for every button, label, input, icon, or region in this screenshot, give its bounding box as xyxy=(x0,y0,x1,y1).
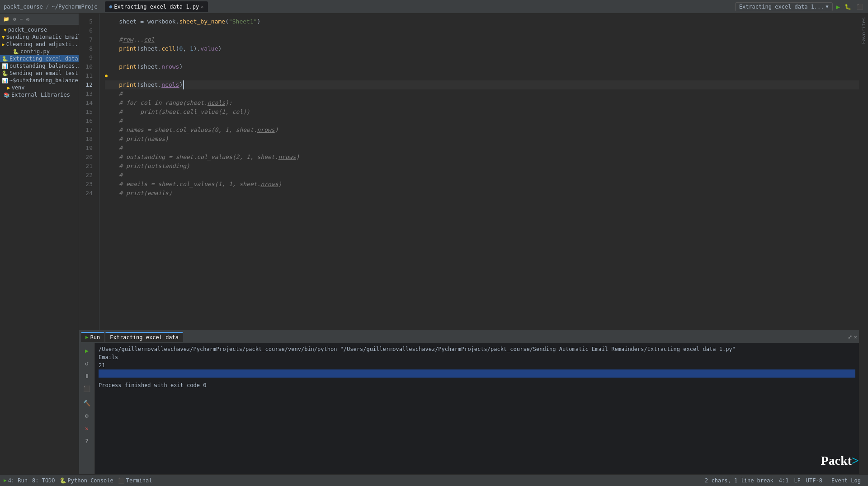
line-num-10: 10 xyxy=(79,62,95,71)
run-panel-pause-btn[interactable]: ⏸ xyxy=(81,370,92,381)
stop-button[interactable]: ⬛ xyxy=(856,3,864,11)
line-num-14: 14 xyxy=(79,98,95,107)
code-editor[interactable]: 5 6 7 8 9 10 11 12 13 14 15 16 17 18 19 … xyxy=(79,14,859,330)
sidebar-item-config[interactable]: 🐍 config.py xyxy=(0,48,79,55)
sidebar-settings-icon[interactable]: ⚙ xyxy=(12,15,18,23)
run-panel-build-btn[interactable]: 🔨 xyxy=(81,397,92,408)
line-num-19: 19 xyxy=(79,144,95,153)
status-lf[interactable]: LF xyxy=(794,477,800,484)
sidebar-item-venv[interactable]: ▶ venv xyxy=(0,84,79,91)
status-position[interactable]: 4:1 xyxy=(779,477,789,484)
line-num-20: 20 xyxy=(79,153,95,162)
breadcrumb-path: ~/PycharmProje xyxy=(52,4,98,10)
terminal-label: Terminal xyxy=(126,477,152,484)
run-panel-stop-btn[interactable]: ⬛ xyxy=(81,383,92,394)
console-cursor-line[interactable] xyxy=(99,369,855,378)
sidebar-item-label: outstanding_balances.xl... xyxy=(9,63,79,69)
line-num-12: 12 xyxy=(79,80,95,89)
sidebar-item-sending[interactable]: ▼ Sending Automatic Email Re... xyxy=(0,33,79,41)
sidebar-item-label: Sending an email test 2.p... xyxy=(9,70,79,76)
line-num-7: 7 xyxy=(79,35,95,44)
run-panel-run-btn[interactable]: ▶ xyxy=(81,345,92,356)
debug-button[interactable]: 🐛 xyxy=(844,3,852,11)
sidebar-item-label: Extracting excel data 1.p... xyxy=(9,56,79,62)
sidebar-item-project-root[interactable]: ▼ packt_course xyxy=(0,26,79,33)
breadcrumb-sep: / xyxy=(46,3,49,10)
folder-icon: ▶ xyxy=(7,85,10,91)
sidebar-collapse-icon[interactable]: − xyxy=(19,15,24,23)
py-file-icon: 🐍 xyxy=(2,70,8,76)
line-num-11: 11 xyxy=(79,71,95,80)
py-file-icon: 🐍 xyxy=(2,56,8,62)
code-line-21: # print(outstanding) xyxy=(105,162,859,171)
tab-extracting-excel[interactable]: ● Extracting excel data 1.py ✕ xyxy=(105,1,208,12)
sidebar-item-label: venv xyxy=(12,84,25,91)
run-button[interactable]: ▶ xyxy=(836,3,840,10)
code-line-20: # outstanding = sheet.col_values(2, 1, s… xyxy=(105,153,859,162)
line-num-18: 18 xyxy=(79,135,95,144)
sidebar-item-cleaning[interactable]: ▶ Cleaning and adjusti... xyxy=(0,41,79,48)
code-line-16: # xyxy=(105,117,859,126)
code-line-7: #row...col xyxy=(105,35,859,44)
main-area: 📁 ⚙ − ◎ ▼ packt_course ▼ Sending Automat… xyxy=(0,14,868,474)
sidebar-toolbar: 📁 ⚙ − ◎ xyxy=(0,14,79,25)
tab-icon: ● xyxy=(109,4,113,9)
bottom-tab-run[interactable]: ▶ Run xyxy=(81,332,104,342)
sidebar-content: ▼ packt_course ▼ Sending Automatic Email… xyxy=(0,25,79,474)
sidebar-project-icon[interactable]: 📁 xyxy=(2,15,11,23)
line-num-22: 22 xyxy=(79,171,95,180)
run-panel-close-btn[interactable]: ✕ xyxy=(81,423,92,434)
sidebar-item-sending-email[interactable]: 🐍 Sending an email test 2.p... xyxy=(0,70,79,77)
status-todo-item[interactable]: 8: TODO xyxy=(32,477,55,484)
console-exit-text: Process finished with exit code 0 xyxy=(99,382,206,388)
line-num-21: 21 xyxy=(79,162,95,171)
python-console-icon: 🐍 xyxy=(60,477,66,484)
sidebar-item-ext-libs[interactable]: 📚 External Libraries xyxy=(0,91,79,98)
run-panel-settings-btn[interactable]: ⚙ xyxy=(81,410,92,421)
line-num-5: 5 xyxy=(79,17,95,26)
run-status-label: 4: Run xyxy=(8,477,28,484)
sidebar-item-extracting[interactable]: 🐍 Extracting excel data 1.p... xyxy=(0,55,79,62)
chevron-down-icon[interactable]: ▼ xyxy=(826,4,829,9)
run-configuration[interactable]: Extracting excel data 1... ▼ xyxy=(735,2,833,11)
line-num-6: 6 xyxy=(79,26,95,35)
excel-file-icon: 📊 xyxy=(2,63,8,69)
code-line-5: sheet = workbook.sheet_by_name("Sheet1") xyxy=(105,17,859,26)
editor-tabs: ● Extracting excel data 1.py ✕ xyxy=(105,1,208,12)
sidebar-item-tmp[interactable]: 📊 ~$outstanding_balances... xyxy=(0,77,79,84)
sidebar-locate-icon[interactable]: ◎ xyxy=(25,15,31,23)
run-panel-unknown-btn[interactable]: ? xyxy=(81,435,92,446)
panel-resize-icon[interactable]: ⤢ xyxy=(848,334,852,340)
top-bar-right: Extracting excel data 1... ▼ ▶ 🐛 ⬛ xyxy=(735,2,864,11)
terminal-icon: ⬛ xyxy=(118,477,125,484)
status-terminal-item[interactable]: ⬛ Terminal xyxy=(118,477,152,484)
favorites-label[interactable]: Favorites xyxy=(860,15,868,46)
bottom-tab-run-label: Run xyxy=(90,334,100,341)
code-line-11: ● xyxy=(105,71,859,80)
sidebar-item-label: ~$outstanding_balances... xyxy=(9,77,79,84)
line-num-8: 8 xyxy=(79,44,95,53)
line-num-9: 9 xyxy=(79,53,95,62)
panel-close-icon[interactable]: ✕ xyxy=(854,334,857,340)
status-python-console-item[interactable]: 🐍 Python Console xyxy=(60,477,113,484)
code-content[interactable]: sheet = workbook.sheet_by_name("Sheet1")… xyxy=(99,14,859,330)
sidebar-item-label: Sending Automatic Email Re... xyxy=(6,34,79,40)
sidebar-item-outstanding[interactable]: 📊 outstanding_balances.xl... xyxy=(0,62,79,70)
console-command: /Users/guillermovalleschavez/PycharmProj… xyxy=(99,346,736,352)
library-icon: 📚 xyxy=(4,92,10,98)
status-encoding[interactable]: UTF-8 xyxy=(806,477,822,484)
status-bar: ▶ 4: Run 8: TODO 🐍 Python Console ⬛ Term… xyxy=(0,474,868,486)
console-selected-line[interactable] xyxy=(99,369,855,378)
event-log-label[interactable]: Event Log xyxy=(828,477,864,485)
bottom-tab-config[interactable]: Extracting excel data xyxy=(105,332,183,342)
run-tab-icon: ▶ xyxy=(85,334,89,340)
project-breadcrumb: packt_course / ~/PycharmProje xyxy=(4,3,98,10)
tab-close-icon[interactable]: ✕ xyxy=(201,4,203,9)
code-line-10: print(sheet.nrows) xyxy=(105,62,859,71)
status-run-item[interactable]: ▶ 4: Run xyxy=(4,477,28,484)
code-line-19: # xyxy=(105,144,859,153)
todo-status-label: 8: TODO xyxy=(32,477,55,484)
top-bar: packt_course / ~/PycharmProje ● Extracti… xyxy=(0,0,868,14)
run-panel-rerun-btn[interactable]: ↺ xyxy=(81,358,92,369)
line-num-15: 15 xyxy=(79,107,95,117)
